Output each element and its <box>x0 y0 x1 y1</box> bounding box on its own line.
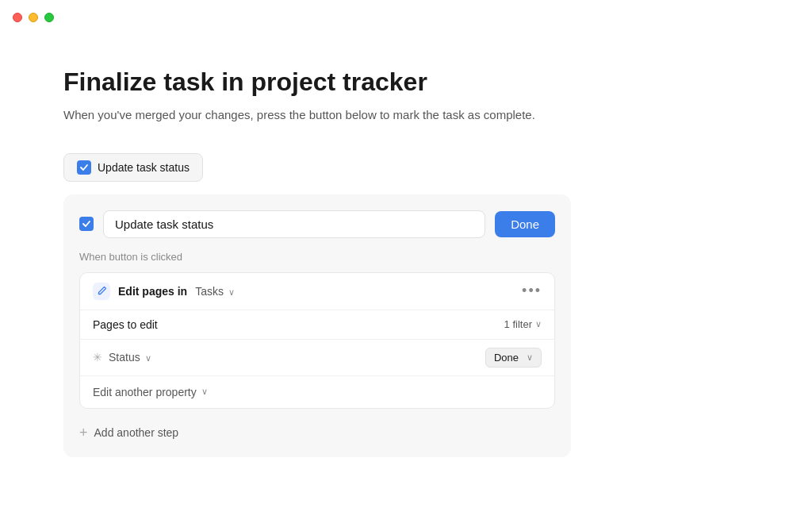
database-caret-icon: ∨ <box>228 287 235 297</box>
main-content: Finalize task in project tracker When yo… <box>0 35 812 489</box>
maximize-button[interactable] <box>44 13 54 22</box>
step-database[interactable]: Tasks ∨ <box>195 285 235 298</box>
pages-to-edit-row: Pages to edit 1 filter ∨ <box>80 310 554 340</box>
step-header: Edit pages in Tasks ∨ ••• <box>80 273 554 310</box>
filter-caret-icon: ∨ <box>535 319 542 329</box>
pencil-icon <box>93 283 110 300</box>
titlebar <box>0 0 812 35</box>
step-card: Edit pages in Tasks ∨ ••• Pages to edit <box>79 272 555 409</box>
card-checkbox-icon[interactable] <box>79 217 94 231</box>
status-property-label[interactable]: Status ∨ <box>109 351 151 364</box>
step-title: Edit pages in <box>118 285 187 298</box>
page-subtitle: When you've merged your changes, press t… <box>63 106 749 125</box>
step-header-left: Edit pages in Tasks ∨ <box>93 283 235 300</box>
close-button[interactable] <box>13 13 22 22</box>
when-label: When button is clicked <box>79 251 555 263</box>
card-header: Done <box>79 210 555 238</box>
card-title-input[interactable] <box>103 210 485 238</box>
edit-another-caret-icon: ∨ <box>201 387 208 397</box>
done-button[interactable]: Done <box>495 211 555 237</box>
more-options-button[interactable]: ••• <box>522 283 542 299</box>
property-row: ✳ Status ∨ Done ∨ <box>80 340 554 376</box>
status-caret-icon: ∨ <box>145 353 151 363</box>
value-caret-icon: ∨ <box>527 352 533 363</box>
minimize-button[interactable] <box>29 13 38 22</box>
status-value-label: Done <box>494 352 519 364</box>
edit-another-property-label: Edit another property <box>93 386 197 398</box>
edit-another-property-row[interactable]: Edit another property ∨ <box>80 376 554 408</box>
app-window: Finalize task in project tracker When yo… <box>0 0 812 508</box>
button-pill-label: Update task status <box>98 161 190 174</box>
update-task-status-button[interactable]: Update task status <box>63 153 203 182</box>
status-value-selector[interactable]: Done ∨ <box>485 348 542 368</box>
status-property-icon: ✳ <box>93 351 102 364</box>
plus-icon: + <box>79 425 88 441</box>
filter-badge[interactable]: 1 filter ∨ <box>504 318 542 330</box>
pages-to-edit-label: Pages to edit <box>93 318 158 331</box>
add-another-step-label: Add another step <box>94 426 179 439</box>
property-left: ✳ Status ∨ <box>93 351 151 364</box>
checkbox-icon <box>77 160 91 175</box>
add-another-step-row[interactable]: + Add another step <box>79 418 555 441</box>
page-title: Finalize task in project tracker <box>63 67 749 97</box>
automation-card: Done When button is clicked Edit pages i… <box>63 194 571 457</box>
